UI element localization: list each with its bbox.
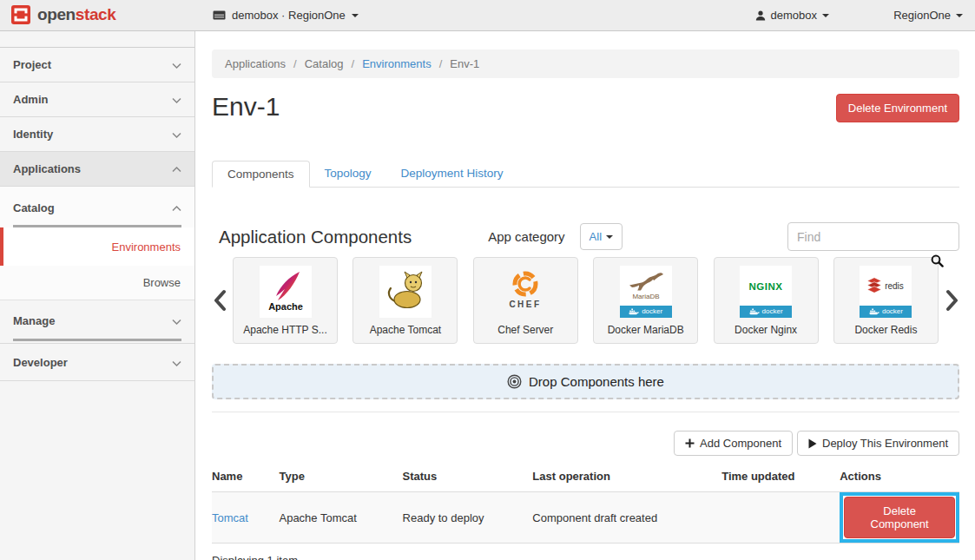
component-card-docker-nginx[interactable]: NGINX docker: [714, 257, 819, 344]
sidebar-top-stub: [0, 31, 194, 48]
sidebar-item-admin[interactable]: Admin: [0, 82, 194, 117]
sidebar-item-catalog[interactable]: Catalog: [0, 187, 194, 225]
column-header-actions: Actions: [840, 462, 959, 492]
openstack-logo[interactable]: openstack: [10, 4, 115, 25]
project-table-icon: [213, 10, 226, 20]
component-card-docker-redis[interactable]: redis docker: [833, 257, 939, 344]
component-type-cell: Apache Tomcat: [279, 492, 402, 544]
app-category-dropdown[interactable]: All: [580, 223, 623, 250]
sidebar-item-browse[interactable]: Browse: [0, 266, 194, 300]
deploy-environment-button[interactable]: Deploy This Environment: [797, 431, 959, 456]
drop-components-zone[interactable]: Drop Components here: [212, 364, 959, 399]
chevron-down-icon: [172, 93, 181, 106]
tab-bar: Components Topology Deployment History: [212, 161, 959, 188]
context-label: demobox · RegionOne: [232, 9, 346, 22]
delete-component-button[interactable]: Delete Component: [844, 497, 955, 538]
chevron-down-icon: [172, 128, 181, 141]
breadcrumb-environments-link[interactable]: Environments: [362, 57, 431, 70]
redis-logo: redis docker: [860, 266, 912, 318]
chevron-up-icon: [172, 201, 181, 214]
project-context-switcher[interactable]: demobox · RegionOne: [213, 0, 359, 30]
component-card-apache-tomcat[interactable]: Apache Tomcat: [352, 257, 458, 344]
nginx-logo-art: NGINX: [740, 266, 792, 306]
component-card-label: Docker Nginx: [715, 324, 818, 336]
docker-ribbon-text: docker: [762, 308, 783, 315]
app-category-label: App category: [488, 229, 564, 244]
tomcat-logo: [379, 266, 432, 318]
components-heading: Application Components: [219, 227, 412, 247]
user-icon: [755, 10, 766, 21]
breadcrumb-separator: /: [439, 57, 443, 70]
manage-section-divider: [13, 339, 181, 341]
bullseye-icon: [507, 374, 522, 389]
component-card-label: Apache Tomcat: [353, 324, 457, 336]
find-input[interactable]: [787, 222, 959, 251]
docker-whale-icon: [749, 308, 760, 316]
section-divider: [212, 412, 959, 412]
component-card-chef-server[interactable]: CHEF Chef Server: [473, 257, 578, 344]
component-card-docker-mariadb[interactable]: MariaDB docker: [593, 257, 698, 344]
column-header-type: Type: [279, 462, 402, 492]
sidebar-item-applications[interactable]: Applications: [0, 152, 194, 187]
user-menu-label: demobox: [771, 9, 817, 22]
breadcrumb-current: Env-1: [450, 57, 479, 70]
chevron-down-icon: [172, 314, 181, 327]
sidebar-item-project[interactable]: Project: [0, 48, 194, 82]
nginx-logo: NGINX docker: [740, 266, 792, 318]
chevron-up-icon: [172, 162, 181, 175]
sidebar-item-label: Project: [13, 58, 51, 71]
mariadb-logo-art: MariaDB: [620, 266, 672, 306]
component-card-label: Docker MariaDB: [594, 324, 697, 336]
breadcrumb-catalog: Catalog: [305, 57, 344, 70]
add-component-button[interactable]: Add Component: [674, 431, 793, 456]
carousel-cards: Apache Apache HTTP S...: [233, 257, 939, 344]
caret-down-icon: [606, 235, 613, 239]
docker-ribbon: docker: [860, 306, 912, 318]
caret-down-icon: [822, 14, 829, 17]
user-menu[interactable]: demobox: [755, 0, 829, 30]
column-header-name: Name: [212, 462, 279, 492]
component-time-updated-cell: [721, 492, 840, 544]
table-footer: Displaying 1 item: [212, 544, 959, 560]
drop-zone-label: Drop Components here: [529, 374, 664, 389]
sidebar-item-label: Identity: [13, 128, 53, 141]
chef-logo: CHEF: [499, 266, 551, 318]
sidebar-item-identity[interactable]: Identity: [0, 117, 194, 152]
component-name-link[interactable]: Tomcat: [212, 511, 248, 524]
page-header: Env-1 Delete Environment: [212, 91, 959, 122]
delete-environment-button[interactable]: Delete Environment: [836, 94, 959, 122]
sidebar-item-environments[interactable]: Environments: [0, 227, 194, 266]
chef-logo-text: CHEF: [510, 300, 542, 309]
sidebar-item-developer[interactable]: Developer: [0, 343, 194, 381]
app-category-selected: All: [590, 230, 602, 243]
region-menu-label: RegionOne: [893, 9, 951, 22]
openstack-logo-icon: [10, 4, 31, 25]
sidebar-catalog-panel: Catalog Environments Browse: [0, 187, 194, 300]
docker-ribbon: docker: [740, 306, 792, 318]
highlight-ring: Delete Component: [840, 492, 959, 543]
components-header: Application Components App category All: [212, 222, 959, 251]
region-menu[interactable]: RegionOne: [893, 0, 963, 30]
tab-deployment-history[interactable]: Deployment History: [386, 161, 518, 188]
component-card-label: Docker Redis: [834, 324, 938, 336]
carousel-prev-icon[interactable]: [212, 289, 227, 312]
redis-logo-text: redis: [886, 281, 905, 291]
tab-components[interactable]: Components: [212, 161, 310, 188]
search-icon[interactable]: [931, 254, 944, 271]
sidebar: Project Admin Identity Applications Cata…: [0, 31, 195, 560]
sidebar-item-label: Browse: [143, 276, 181, 289]
tab-topology[interactable]: Topology: [310, 161, 386, 188]
column-header-status: Status: [403, 462, 533, 492]
component-card-apache-http[interactable]: Apache Apache HTTP S...: [233, 257, 338, 344]
breadcrumb-separator: /: [293, 57, 297, 70]
apache-http-logo: Apache: [260, 266, 312, 318]
sidebar-item-label: Developer: [13, 356, 68, 369]
add-component-label: Add Component: [700, 437, 781, 450]
docker-ribbon-text: docker: [882, 308, 903, 315]
sidebar-item-label: Admin: [13, 93, 48, 106]
carousel-next-icon[interactable]: [945, 289, 959, 312]
redis-logo-art: redis: [860, 266, 912, 306]
plus-icon: [685, 438, 695, 448]
sidebar-item-manage[interactable]: Manage: [0, 302, 194, 339]
caret-down-icon: [352, 14, 359, 17]
